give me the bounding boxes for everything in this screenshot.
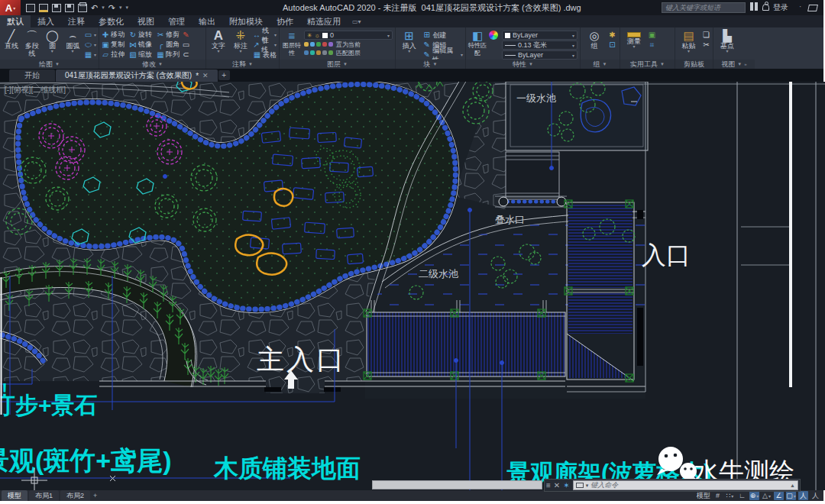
isodraft-toggle[interactable]: △▾	[762, 491, 772, 500]
edit-attributes-tool[interactable]: ✎编辑属性▾	[422, 50, 463, 60]
polyline-tool[interactable]: ⌒多段线	[23, 29, 41, 60]
command-expand-icon[interactable]: ▲	[790, 483, 795, 488]
ribbon-tab-view[interactable]: 视图	[131, 15, 161, 27]
file-tab-start[interactable]: 开始	[9, 69, 55, 82]
snap-toggle[interactable]: ∷▾	[725, 491, 735, 500]
command-close-icon[interactable]: ✕	[554, 481, 560, 489]
ribbon-tab-annotate[interactable]: 注释	[61, 15, 92, 27]
plot-icon[interactable]	[78, 4, 87, 12]
object-snap-tracking-toggle[interactable]: ∠	[774, 491, 784, 500]
ribbon-tab-default[interactable]: 默认	[0, 15, 31, 27]
panel-title-clipboard[interactable]: 剪贴板	[675, 60, 713, 69]
app-logo[interactable]: A▾	[0, 0, 21, 15]
trim-tool[interactable]: ✂修剪	[157, 30, 180, 40]
command-input[interactable]: ▾ 键入命令 ▲	[573, 480, 798, 490]
copy-clip-tool[interactable]: ❏	[702, 31, 710, 40]
ribbon-tab-manage[interactable]: 管理	[161, 15, 192, 27]
lineweight-dropdown[interactable]: 0.13 毫米▾	[502, 40, 578, 50]
ribbon-display-toggle[interactable]: ▭▾	[348, 15, 366, 27]
ribbon-tab-insert[interactable]: 插入	[31, 15, 61, 27]
ribbon-tab-featured[interactable]: 精选应用	[300, 15, 348, 27]
leader-tool[interactable]: ↗引线▾	[253, 40, 277, 50]
create-block-tool[interactable]: ⊞创建	[422, 31, 463, 40]
panel-title-utilities[interactable]: 实用工具▼	[620, 60, 675, 69]
annotation-visibility-toggle[interactable]: 人	[798, 491, 808, 500]
dimension-tool[interactable]: ⁜标注▾	[231, 29, 251, 60]
model-space-button[interactable]: 模型	[697, 491, 710, 500]
sign-in-button[interactable]: 登录	[773, 2, 788, 13]
layout-tab-layout2[interactable]: 布局2	[60, 490, 90, 502]
layout-tab-model[interactable]: 模型	[2, 490, 28, 502]
id-point-tool[interactable]: ⌗	[648, 40, 656, 50]
save-icon[interactable]	[52, 4, 61, 12]
match-properties-tool[interactable]: ◧特性匹配	[468, 29, 487, 60]
quick-select-tool[interactable]: ▣	[648, 31, 656, 40]
command-history-icon[interactable]: ≡	[546, 481, 551, 489]
match-layer-button[interactable]: 匹配图层	[336, 49, 361, 57]
search-input[interactable]: 键入关键字或短语	[662, 2, 746, 13]
base-point-tool[interactable]: ▙基点▾	[716, 29, 739, 60]
color-wheel-icon[interactable]	[489, 29, 500, 60]
insert-block-tool[interactable]: ⊞插入▾	[398, 29, 420, 60]
new-tab-button[interactable]: +	[218, 70, 230, 80]
ungroup-tool[interactable]: ✱	[608, 31, 616, 40]
ribbon-tab-output[interactable]: 输出	[192, 15, 222, 27]
rotate-tool[interactable]: ↻旋转	[129, 30, 152, 40]
hatch-tool[interactable]: ▦▾	[84, 50, 96, 60]
qat-customize-icon[interactable]: ▾	[125, 5, 128, 11]
paste-tool[interactable]: ▤粘贴▾	[678, 29, 700, 60]
stretch-tool[interactable]: ▱拉伸	[102, 50, 125, 60]
customize-wrench-icon[interactable]: ✶	[563, 481, 569, 489]
circle-tool[interactable]: ◯圆▾	[44, 29, 62, 60]
erase-tool[interactable]: ✎	[182, 31, 190, 40]
color-dropdown[interactable]: ByLayer▾	[502, 31, 578, 40]
offset-tool[interactable]: ⊂	[182, 50, 190, 60]
line-tool[interactable]: ╱直线	[2, 29, 21, 60]
store-icon[interactable]	[807, 5, 818, 11]
group-edit-tool[interactable]: ⊡	[608, 40, 616, 50]
drawing-canvas[interactable]: [-][俯视][二维线框]	[0, 82, 825, 490]
ribbon-tab-parametric[interactable]: 参数化	[92, 15, 131, 27]
ribbon-tab-collaborate[interactable]: 协作	[270, 15, 300, 27]
rectangle-tool[interactable]: ▭▾	[84, 31, 96, 40]
grid-toggle[interactable]: #	[713, 491, 723, 500]
horizontal-scrollbar[interactable]	[372, 480, 542, 489]
open-file-icon[interactable]	[39, 4, 48, 12]
text-tool[interactable]: A文字▾	[209, 29, 228, 60]
polar-tracking-toggle[interactable]: ⊕▾	[749, 491, 759, 500]
group-tool[interactable]: ◎组	[583, 29, 606, 60]
panel-title-group[interactable]: 组▼	[581, 60, 620, 69]
layer-state-icons[interactable]: 置为当前	[304, 40, 393, 48]
layer-dropdown[interactable]: ✳☼ 0▾	[304, 31, 393, 40]
new-file-icon[interactable]	[26, 4, 35, 12]
layer-properties-tool[interactable]: ≡图层特性	[282, 29, 302, 60]
linetype-dropdown[interactable]: ByLayer▾	[502, 50, 578, 60]
new-layout-button[interactable]: +	[93, 492, 97, 499]
file-tab-document[interactable]: 041屋顶花园景观设计方案 (含效果图)* ✕	[56, 69, 218, 82]
layer-tools-icons[interactable]: 匹配图层	[304, 49, 393, 57]
panel-title-block[interactable]: 块▼	[396, 60, 465, 69]
redo-icon[interactable]: ↷	[108, 4, 115, 12]
autoscale-toggle[interactable]: 人	[810, 491, 820, 500]
measure-tool[interactable]: 测量▾	[623, 29, 645, 60]
panel-title-layers[interactable]: 图层▼	[280, 60, 395, 69]
arc-tool[interactable]: ⌢圆弧▾	[63, 29, 82, 60]
panel-title-draw[interactable]: 绘图▼	[0, 60, 99, 69]
ortho-toggle[interactable]: ∟	[737, 491, 747, 500]
panel-title-annotate[interactable]: 注释▼	[206, 60, 279, 69]
copy-tool[interactable]: ▣复制	[102, 40, 125, 50]
search-icon[interactable]	[750, 2, 758, 11]
viewport-controls[interactable]: [-][俯视][二维线框]	[5, 85, 66, 95]
object-snap-toggle[interactable]: ▢▾	[786, 491, 796, 500]
panel-title-modify[interactable]: 修改▼	[99, 60, 205, 69]
table-tool[interactable]: ▦表格	[253, 50, 277, 60]
cut-clip-tool[interactable]: ✂	[702, 40, 710, 50]
move-tool[interactable]: ✚移动	[102, 30, 125, 40]
panel-title-view[interactable]: 视图▼»	[713, 60, 755, 69]
array-tool[interactable]: ▦阵列	[157, 50, 180, 60]
panel-title-properties[interactable]: 特性▼	[466, 60, 580, 69]
account-icon[interactable]	[762, 4, 769, 11]
fillet-tool[interactable]: ╭圆角	[157, 40, 180, 50]
layout-tab-layout1[interactable]: 布局1	[29, 490, 59, 502]
save-as-icon[interactable]	[65, 4, 74, 12]
